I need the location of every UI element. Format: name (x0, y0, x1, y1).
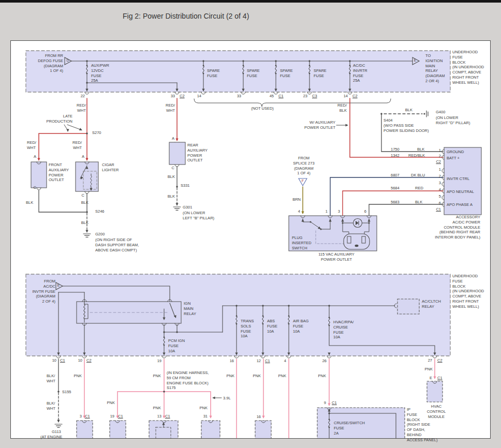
module-batt-label: BATT + (447, 156, 460, 161)
wire-5683: 5683 (391, 200, 400, 205)
conn-19-c1-conn: C1 (118, 414, 123, 419)
conn-9-c1: 9 (324, 400, 326, 406)
ground-g400: G400 (436, 110, 445, 115)
ground-g301-loc: (ON LOWER LEFT "B" PILLAR) (183, 211, 214, 221)
underhood-fuse-block-2: UNDERHOOD FUSE BLOCK (IN UNDERHOOD COMPT… (452, 274, 484, 309)
splice-s155: S155 (62, 390, 71, 395)
pin-a-cigar: A (82, 154, 84, 159)
triangle-e1-label: E (414, 58, 417, 63)
wire-red-wht-3: RED/ WHT (72, 140, 82, 151)
conn-9-c1-conn: C1 (332, 400, 337, 406)
pin-10-c2: 10 (78, 358, 82, 363)
vac-outlet-caption: 115 VAC AUXILIARY POWER OUTLET (318, 252, 355, 262)
to-ignition-main-relay: TO IGNITION MAIN RELAY (DIAGRAM 2 OR 4) (425, 53, 445, 84)
splice-s404-note: S404 (W/O PASS SIDE POWER SLIDING DOOR) (384, 118, 429, 133)
conn-13-c1: 13 (157, 414, 161, 419)
pin-10-c2-conn: C2 (86, 358, 92, 363)
pin-27-c2-conn: C2 (437, 358, 443, 363)
conn-16: 16 (257, 414, 261, 420)
pin-26: 26 (322, 359, 327, 364)
module-pin-3: 3 (439, 181, 441, 186)
spare-fuse-1-label: SPARE FUSE (207, 68, 220, 79)
diagram-labels-layer: FROM RR DEFOG FUSE (DIAGRAM 1 OF 4)DAUX/… (0, 0, 501, 448)
air-bag-fuse-label: AIR BAG FUSE 10A (293, 319, 308, 334)
conn-3-c1-conn: C1 (85, 414, 90, 419)
triangle-e2-label: E (57, 283, 60, 288)
wire-blk-cigar: BLK (81, 200, 89, 205)
ground-g113-loc: (AT ENGINE (40, 435, 62, 440)
w-aux-power-outlet-note: W/ AUXILIARY POWER OUTLET (304, 120, 335, 130)
wire-blk-rear: BLK (168, 174, 175, 180)
module-ground-label: GROUND (447, 150, 464, 155)
plug-inserted-switch-label: PLUG INSERTED SWITCH (292, 235, 312, 250)
module-pin-1b: 1 (439, 167, 441, 172)
front-aux-outlet-label: FRONT AUXILIARY POWER OUTLET (49, 162, 69, 183)
conn-e-c1: E (430, 376, 432, 381)
pin-4: 4 (284, 359, 286, 364)
triangle-f-label: F (302, 178, 304, 184)
pin-23-spare: 23 (303, 94, 307, 99)
pin-27-c2: 27 (428, 358, 432, 363)
acdc-invrtr-fuse-label: AC/DC INVRTR FUSE 25A (353, 63, 367, 83)
pin-12-c1: 12 (257, 359, 261, 364)
module-caption: ACCESSORY AC/DC POWER CONTROL MODULE (BE… (435, 215, 480, 240)
pin-c-rear: C (172, 166, 174, 171)
pin-22: 22 (81, 94, 85, 99)
module-apo-phase-a-label: APO PHASE A (447, 202, 473, 207)
splice-s270: S270 (92, 130, 101, 136)
wire-pnk-5: PNK (200, 406, 208, 411)
aux-pwr-fuse-label: AUX/PWR 12VDC FUSE 25A (91, 63, 109, 83)
pin-19: 19 (157, 359, 161, 364)
hvac-control-module-label: HVAC CONTROL MODULE (427, 404, 446, 419)
late-production-note: LATE PRODUCTION (47, 114, 72, 124)
engine-39l-note: 3.9L (223, 396, 231, 401)
cigar-lighter-label: CIGAR LIGHTER (102, 162, 119, 173)
module-pin-2b: 2 (439, 174, 441, 179)
wire-pnk-6: PNK (227, 374, 234, 379)
wire-6807: 6807 (391, 173, 400, 178)
pin-33-c2: 33 (171, 94, 175, 99)
wire-pnk-2: PNK (153, 374, 161, 379)
outlet-pin-3: 3 (338, 209, 340, 214)
wire-red-wht-4: RED/ WHT (166, 103, 175, 113)
conn-13-c1-conn: C1 (165, 414, 170, 419)
wire-pnk-8: PNK (278, 374, 286, 379)
wire-blk-s404: BLK (405, 108, 412, 113)
pin-33-spare: 33 (237, 94, 241, 99)
pcm-ign-fuse-label: PCM IGN FUSE 10A (168, 338, 185, 353)
module-invtr-ctrl-label: INVTR CTRL (447, 176, 469, 182)
module-pin-6: 6 (439, 201, 441, 206)
ign-main-relay-label: IGN MAIN RELAY (184, 301, 196, 316)
pin-c-cigar: C (82, 193, 84, 198)
ground-g200: G200 (95, 232, 105, 237)
wire-blk-s331: BLK (168, 194, 175, 199)
wire-5684: 5684 (391, 186, 400, 191)
module-pin-1a: 1 (439, 148, 441, 153)
from-splice-273: FROM SPLICE 273 (DIAGRAM 1 OF 4) (293, 156, 314, 176)
wire-blk-front: BLK (26, 200, 33, 205)
outlet-pin-6: 6 (364, 209, 366, 214)
wire-1750-color: BLK (417, 147, 424, 152)
module-conn-c2: C2 (436, 159, 441, 165)
splice-s246: S246 (95, 209, 105, 214)
module-pin-4: 4 (439, 187, 441, 192)
not-used-note: (NOT USED) (251, 106, 274, 111)
ground-g400-loc: (ON LOWER RIGHT "D" PILLAR) (436, 115, 470, 126)
wire-pnk-4: PNK (153, 406, 161, 411)
triangle-d-label: D (66, 58, 69, 63)
wire-pnk-10: PNK (425, 367, 433, 372)
conn-e-c1-conn: C1 (437, 376, 443, 381)
wire-6807-color: DK BLU (411, 173, 425, 178)
wire-brn: BRN (292, 197, 301, 202)
wire-5684-color: RED (415, 186, 423, 191)
pin-45-spare: 45 (270, 94, 274, 99)
wire-red-wht-2: RED/ WHT (27, 140, 36, 151)
wire-1342-color: RED/BLK (408, 153, 425, 158)
cruise-switch-fuse-label: CRUISE/SWITCH FUSE 2A (334, 421, 365, 436)
ground-g200-loc: (ON RIGHT SIDE OF DASH SUPPORT BEAM, ABO… (95, 237, 139, 252)
wire-pnk-7: PNK (253, 374, 261, 379)
wire-red-blk: RED/ BLK (337, 103, 347, 113)
underhood-fuse-block-1: UNDERHOOD FUSE BLOCK (IN UNDERHOOD COMPT… (452, 50, 484, 85)
outlet-pin-1: 1 (326, 209, 328, 214)
abs-fuse-label: ABS FUSE 10A (267, 319, 277, 334)
